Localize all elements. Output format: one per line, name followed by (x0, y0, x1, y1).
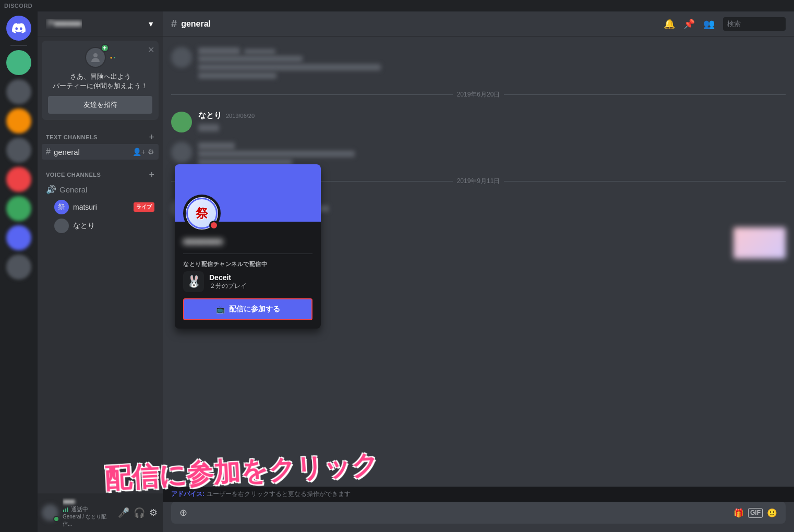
channel-actions: 👤+ ⚙ (133, 148, 154, 156)
popup-avatar-wrapper: 祭 (183, 195, 221, 232)
popup-streaming-info: 🐰 Deceit ２分のプレイ (183, 271, 312, 292)
divider-line-right-2 (504, 181, 786, 182)
author-1 (198, 46, 240, 55)
add-voice-channel-button[interactable]: + (149, 170, 154, 179)
server-icon-6[interactable] (6, 196, 31, 221)
voice-channel-general[interactable]: 🔊 General (42, 182, 159, 198)
message-input-actions: 🎁 GIF 🙂 (733, 508, 777, 518)
advice-bar: アドバイス: ユーザーを右クリックすると更なる操作ができます (163, 487, 794, 502)
voice-user-natori[interactable]: なとり (42, 216, 159, 235)
channel-item-general[interactable]: # general 👤+ ⚙ (42, 144, 159, 160)
advice-label: アドバイス: (171, 490, 204, 499)
server-list (0, 11, 38, 532)
hash-icon: # (46, 147, 51, 156)
attach-icon[interactable]: ⊕ (179, 507, 187, 518)
server-icon-2[interactable] (6, 79, 31, 104)
text-3 (198, 151, 786, 165)
emoji-icon[interactable]: 🙂 (767, 508, 777, 518)
channel-header-actions: 🔔 📌 👥 検索 (664, 17, 786, 31)
matsuri-name: matsuri (73, 203, 129, 211)
natori-avatar (54, 219, 69, 233)
text-1 (198, 56, 786, 79)
date-divider-1: 2019年6月20日 (171, 90, 786, 99)
add-text-channel-button[interactable]: + (149, 132, 154, 142)
invite-panel: ✕ + ● ● さあ、冒険へ出よう パーティーに仲間を加えよう！ 友達を招待 (42, 41, 159, 120)
popup-avatar-status (209, 221, 219, 230)
members-icon[interactable]: 👥 (703, 18, 715, 30)
message-input-area: ⊕ 🎁 GIF 🙂 (163, 502, 794, 532)
online-status-indicator (53, 516, 59, 522)
user-status-text: 通話中 (71, 505, 88, 513)
gif-button[interactable]: GIF (748, 508, 763, 518)
headphone-button[interactable]: 🎧 (133, 506, 146, 519)
settings-icon[interactable]: ⚙ (148, 148, 154, 156)
text-natori (198, 122, 786, 132)
join-stream-label: 配信に参加する (229, 305, 280, 314)
server-separator (10, 45, 27, 46)
user-panel-name: ■■■ (63, 498, 113, 505)
streaming-section-title: なとり配信チャンネルで配信中 (183, 260, 312, 268)
pin-icon[interactable]: 📌 (683, 18, 695, 30)
voice-user-matsuri[interactable]: 祭 matsuri ライブ (42, 198, 159, 216)
message-natori: なとり 2019/06/20 (171, 110, 786, 134)
game-icon: 🐰 (183, 271, 204, 292)
user-panel: ■■■ 通話中 General / なとり配信... 🎤 🎧 ⚙ (38, 493, 163, 532)
message-input-container: ⊕ 🎁 GIF 🙂 (171, 502, 786, 524)
user-panel-controls: 🎤 🎧 ⚙ (117, 506, 159, 519)
server-icon-1[interactable] (6, 50, 31, 75)
svg-rect-1 (63, 510, 64, 512)
image-attachment (733, 227, 786, 259)
bell-icon[interactable]: 🔔 (664, 18, 675, 30)
message-header-3 (198, 141, 786, 150)
timestamp-natori: 2019/06/20 (226, 113, 255, 119)
channel-header: # general 🔔 📌 👥 検索 (163, 11, 794, 37)
invite-button[interactable]: 友達を招待 (48, 96, 152, 114)
close-icon[interactable]: ✕ (148, 45, 154, 55)
avatar-natori (171, 112, 192, 132)
join-stream-button[interactable]: 📺 配信に参加する (183, 298, 312, 320)
svg-point-0 (93, 53, 98, 57)
message-1 (171, 45, 786, 80)
message-content-3 (198, 141, 786, 165)
server-icon-7[interactable] (6, 225, 31, 250)
avatar-3 (171, 142, 192, 163)
author-blurred-1 (198, 47, 240, 55)
live-badge: ライブ (134, 202, 154, 212)
add-member-icon[interactable]: 👤+ (133, 148, 146, 156)
message-input[interactable] (191, 509, 729, 517)
mic-button[interactable]: 🎤 (117, 506, 130, 519)
message-content-natori: なとり 2019/06/20 (198, 111, 786, 132)
channel-header-name: general (181, 19, 211, 29)
game-info: Deceit ２分のプレイ (209, 273, 312, 291)
server-icon-home[interactable] (6, 16, 31, 41)
server-icon-4[interactable] (6, 138, 31, 163)
server-header[interactable]: ア■■■■■■ ▼ (38, 11, 163, 37)
natori-name: なとり (73, 221, 154, 231)
popup-divider-1 (183, 253, 312, 254)
voice-channels-header: VOICE CHANNELS + (42, 170, 159, 179)
server-icon-5[interactable] (6, 167, 31, 192)
app-title: DISCORD (4, 3, 32, 9)
divider-line-right-1 (504, 94, 786, 95)
channel-hash-icon: # (171, 18, 177, 30)
server-icon-8[interactable] (6, 255, 31, 280)
channel-name-general: general (54, 148, 129, 156)
date-label-2: 2019年9月11日 (457, 177, 500, 186)
invite-panel-text: さあ、冒険へ出よう パーティーに仲間を加えよう！ (48, 72, 152, 91)
title-bar: DISCORD (0, 0, 794, 11)
user-settings-button[interactable]: ⚙ (148, 506, 159, 519)
game-time: ２分のプレイ (209, 282, 312, 291)
voice-channel-name: General (59, 185, 154, 194)
svg-rect-2 (65, 509, 66, 512)
app-body: ア■■■■■■ ▼ ✕ + ● ● さあ、冒険へ出よう パーティーに仲間を加えよ… (0, 11, 794, 532)
server-icon-3[interactable] (6, 108, 31, 134)
search-bar[interactable]: 検索 (723, 17, 786, 31)
user-popup[interactable]: 祭 ■■■■■■■ なとり配信チャンネルで配信中 🐰 Deceit ２分のプレイ (175, 164, 321, 329)
user-panel-avatar-wrapper (42, 504, 58, 521)
popup-banner: 祭 (175, 164, 321, 222)
message-header-natori: なとり 2019/06/20 (198, 111, 786, 120)
stream-icon: 📺 (216, 305, 225, 313)
user-panel-info: ■■■ 通話中 General / なとり配信... (63, 498, 113, 528)
gift-icon[interactable]: 🎁 (733, 508, 744, 518)
text-channels-label: TEXT CHANNELS (46, 134, 98, 140)
